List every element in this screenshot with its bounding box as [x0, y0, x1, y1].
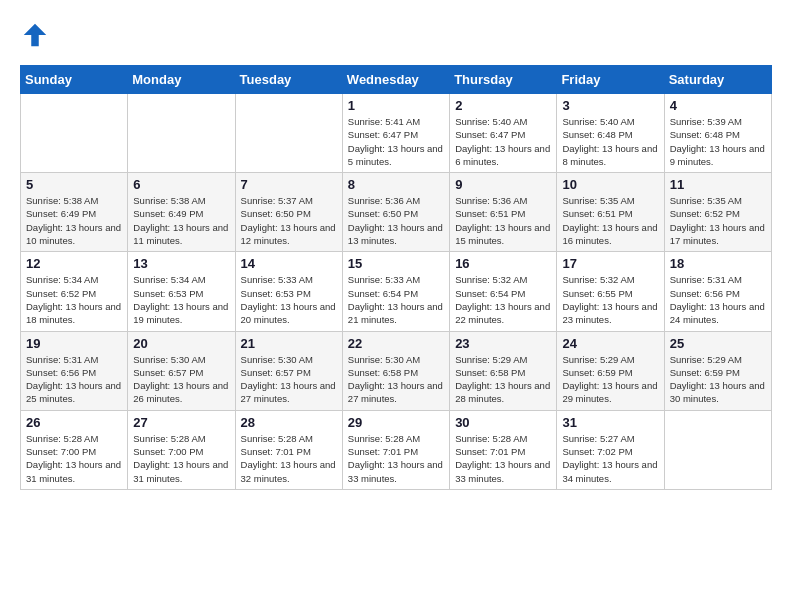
day-number: 4 — [670, 98, 766, 113]
day-info: Sunrise: 5:34 AM Sunset: 6:52 PM Dayligh… — [26, 273, 122, 326]
calendar-cell: 22Sunrise: 5:30 AM Sunset: 6:58 PM Dayli… — [342, 331, 449, 410]
calendar-cell: 9Sunrise: 5:36 AM Sunset: 6:51 PM Daylig… — [450, 173, 557, 252]
calendar-cell: 3Sunrise: 5:40 AM Sunset: 6:48 PM Daylig… — [557, 94, 664, 173]
day-info: Sunrise: 5:29 AM Sunset: 6:58 PM Dayligh… — [455, 353, 551, 406]
day-number: 24 — [562, 336, 658, 351]
calendar-cell: 7Sunrise: 5:37 AM Sunset: 6:50 PM Daylig… — [235, 173, 342, 252]
day-info: Sunrise: 5:38 AM Sunset: 6:49 PM Dayligh… — [133, 194, 229, 247]
calendar-cell: 26Sunrise: 5:28 AM Sunset: 7:00 PM Dayli… — [21, 410, 128, 489]
calendar-cell: 12Sunrise: 5:34 AM Sunset: 6:52 PM Dayli… — [21, 252, 128, 331]
day-info: Sunrise: 5:33 AM Sunset: 6:53 PM Dayligh… — [241, 273, 337, 326]
calendar-cell: 25Sunrise: 5:29 AM Sunset: 6:59 PM Dayli… — [664, 331, 771, 410]
logo — [20, 20, 54, 50]
calendar-cell: 24Sunrise: 5:29 AM Sunset: 6:59 PM Dayli… — [557, 331, 664, 410]
calendar-cell: 8Sunrise: 5:36 AM Sunset: 6:50 PM Daylig… — [342, 173, 449, 252]
week-row-4: 26Sunrise: 5:28 AM Sunset: 7:00 PM Dayli… — [21, 410, 772, 489]
day-number: 12 — [26, 256, 122, 271]
day-info: Sunrise: 5:30 AM Sunset: 6:57 PM Dayligh… — [241, 353, 337, 406]
day-number: 10 — [562, 177, 658, 192]
day-header-thursday: Thursday — [450, 66, 557, 94]
calendar-cell: 5Sunrise: 5:38 AM Sunset: 6:49 PM Daylig… — [21, 173, 128, 252]
day-info: Sunrise: 5:39 AM Sunset: 6:48 PM Dayligh… — [670, 115, 766, 168]
calendar-cell: 20Sunrise: 5:30 AM Sunset: 6:57 PM Dayli… — [128, 331, 235, 410]
day-info: Sunrise: 5:35 AM Sunset: 6:51 PM Dayligh… — [562, 194, 658, 247]
calendar-table: SundayMondayTuesdayWednesdayThursdayFrid… — [20, 65, 772, 490]
day-info: Sunrise: 5:28 AM Sunset: 7:01 PM Dayligh… — [455, 432, 551, 485]
day-info: Sunrise: 5:33 AM Sunset: 6:54 PM Dayligh… — [348, 273, 444, 326]
logo-icon — [20, 20, 50, 50]
day-header-wednesday: Wednesday — [342, 66, 449, 94]
calendar-cell: 14Sunrise: 5:33 AM Sunset: 6:53 PM Dayli… — [235, 252, 342, 331]
day-number: 1 — [348, 98, 444, 113]
day-number: 6 — [133, 177, 229, 192]
week-row-0: 1Sunrise: 5:41 AM Sunset: 6:47 PM Daylig… — [21, 94, 772, 173]
day-number: 14 — [241, 256, 337, 271]
day-header-monday: Monday — [128, 66, 235, 94]
day-number: 31 — [562, 415, 658, 430]
day-number: 25 — [670, 336, 766, 351]
calendar-cell: 2Sunrise: 5:40 AM Sunset: 6:47 PM Daylig… — [450, 94, 557, 173]
calendar-cell: 30Sunrise: 5:28 AM Sunset: 7:01 PM Dayli… — [450, 410, 557, 489]
day-info: Sunrise: 5:38 AM Sunset: 6:49 PM Dayligh… — [26, 194, 122, 247]
calendar-cell: 1Sunrise: 5:41 AM Sunset: 6:47 PM Daylig… — [342, 94, 449, 173]
week-row-1: 5Sunrise: 5:38 AM Sunset: 6:49 PM Daylig… — [21, 173, 772, 252]
day-info: Sunrise: 5:30 AM Sunset: 6:58 PM Dayligh… — [348, 353, 444, 406]
calendar-cell: 11Sunrise: 5:35 AM Sunset: 6:52 PM Dayli… — [664, 173, 771, 252]
day-info: Sunrise: 5:36 AM Sunset: 6:50 PM Dayligh… — [348, 194, 444, 247]
calendar-cell: 16Sunrise: 5:32 AM Sunset: 6:54 PM Dayli… — [450, 252, 557, 331]
day-info: Sunrise: 5:37 AM Sunset: 6:50 PM Dayligh… — [241, 194, 337, 247]
day-number: 16 — [455, 256, 551, 271]
day-info: Sunrise: 5:27 AM Sunset: 7:02 PM Dayligh… — [562, 432, 658, 485]
calendar-cell: 10Sunrise: 5:35 AM Sunset: 6:51 PM Dayli… — [557, 173, 664, 252]
day-info: Sunrise: 5:41 AM Sunset: 6:47 PM Dayligh… — [348, 115, 444, 168]
day-number: 21 — [241, 336, 337, 351]
day-info: Sunrise: 5:28 AM Sunset: 7:00 PM Dayligh… — [133, 432, 229, 485]
day-info: Sunrise: 5:29 AM Sunset: 6:59 PM Dayligh… — [562, 353, 658, 406]
calendar-cell: 31Sunrise: 5:27 AM Sunset: 7:02 PM Dayli… — [557, 410, 664, 489]
day-number: 2 — [455, 98, 551, 113]
day-number: 20 — [133, 336, 229, 351]
day-number: 13 — [133, 256, 229, 271]
calendar-cell: 23Sunrise: 5:29 AM Sunset: 6:58 PM Dayli… — [450, 331, 557, 410]
day-number: 23 — [455, 336, 551, 351]
day-number: 28 — [241, 415, 337, 430]
day-number: 9 — [455, 177, 551, 192]
day-number: 18 — [670, 256, 766, 271]
day-number: 29 — [348, 415, 444, 430]
day-number: 22 — [348, 336, 444, 351]
day-info: Sunrise: 5:31 AM Sunset: 6:56 PM Dayligh… — [26, 353, 122, 406]
calendar-cell: 18Sunrise: 5:31 AM Sunset: 6:56 PM Dayli… — [664, 252, 771, 331]
day-info: Sunrise: 5:28 AM Sunset: 7:01 PM Dayligh… — [241, 432, 337, 485]
calendar-cell: 4Sunrise: 5:39 AM Sunset: 6:48 PM Daylig… — [664, 94, 771, 173]
day-info: Sunrise: 5:31 AM Sunset: 6:56 PM Dayligh… — [670, 273, 766, 326]
day-info: Sunrise: 5:35 AM Sunset: 6:52 PM Dayligh… — [670, 194, 766, 247]
calendar-cell: 27Sunrise: 5:28 AM Sunset: 7:00 PM Dayli… — [128, 410, 235, 489]
day-number: 8 — [348, 177, 444, 192]
calendar-cell: 28Sunrise: 5:28 AM Sunset: 7:01 PM Dayli… — [235, 410, 342, 489]
day-number: 26 — [26, 415, 122, 430]
day-info: Sunrise: 5:29 AM Sunset: 6:59 PM Dayligh… — [670, 353, 766, 406]
day-header-sunday: Sunday — [21, 66, 128, 94]
calendar-cell: 21Sunrise: 5:30 AM Sunset: 6:57 PM Dayli… — [235, 331, 342, 410]
calendar-cell: 15Sunrise: 5:33 AM Sunset: 6:54 PM Dayli… — [342, 252, 449, 331]
day-info: Sunrise: 5:34 AM Sunset: 6:53 PM Dayligh… — [133, 273, 229, 326]
day-header-friday: Friday — [557, 66, 664, 94]
day-info: Sunrise: 5:32 AM Sunset: 6:54 PM Dayligh… — [455, 273, 551, 326]
day-number: 7 — [241, 177, 337, 192]
calendar-cell: 19Sunrise: 5:31 AM Sunset: 6:56 PM Dayli… — [21, 331, 128, 410]
day-number: 3 — [562, 98, 658, 113]
calendar-cell — [664, 410, 771, 489]
day-number: 11 — [670, 177, 766, 192]
page-header — [20, 20, 772, 50]
calendar-cell: 13Sunrise: 5:34 AM Sunset: 6:53 PM Dayli… — [128, 252, 235, 331]
day-info: Sunrise: 5:28 AM Sunset: 7:00 PM Dayligh… — [26, 432, 122, 485]
day-info: Sunrise: 5:36 AM Sunset: 6:51 PM Dayligh… — [455, 194, 551, 247]
calendar-cell — [128, 94, 235, 173]
calendar-cell: 6Sunrise: 5:38 AM Sunset: 6:49 PM Daylig… — [128, 173, 235, 252]
day-header-saturday: Saturday — [664, 66, 771, 94]
calendar-cell: 29Sunrise: 5:28 AM Sunset: 7:01 PM Dayli… — [342, 410, 449, 489]
day-number: 17 — [562, 256, 658, 271]
day-info: Sunrise: 5:30 AM Sunset: 6:57 PM Dayligh… — [133, 353, 229, 406]
calendar-cell — [235, 94, 342, 173]
day-number: 15 — [348, 256, 444, 271]
